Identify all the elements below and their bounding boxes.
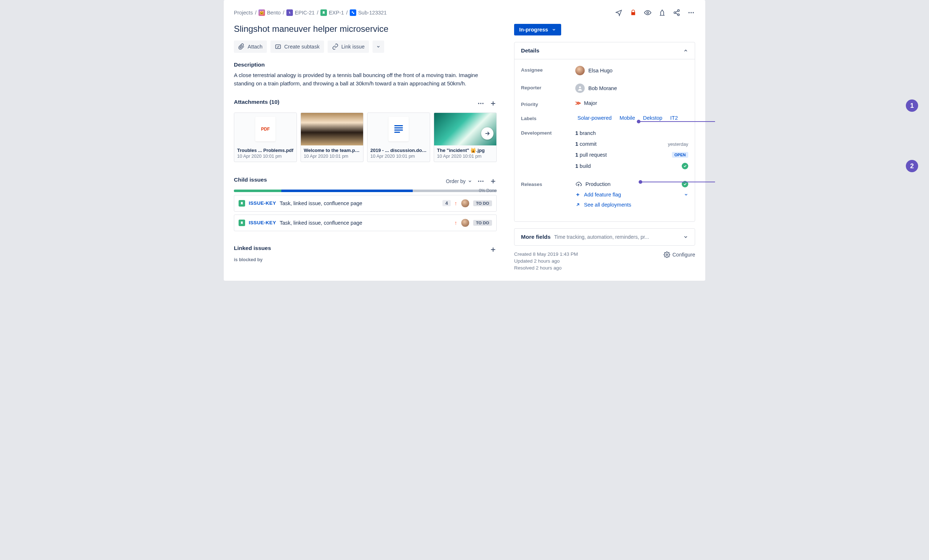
subtask-icon	[350, 9, 356, 16]
issue-key[interactable]: ISSUE-KEY	[249, 220, 276, 225]
svg-point-2	[647, 12, 649, 14]
feedback-icon[interactable]	[615, 9, 623, 17]
dev-commit-row[interactable]: 1 commityesterday	[575, 140, 688, 150]
issue-title[interactable]: Slingshot maneuver helper microservice	[234, 24, 497, 34]
child-issue-row[interactable]: ISSUE-KEY Task, linked issue, confluence…	[234, 195, 497, 212]
label-tag[interactable]: Mobile	[617, 114, 637, 122]
order-by-dropdown[interactable]: Order by	[446, 178, 472, 184]
story-icon	[239, 220, 245, 226]
svg-point-17	[666, 254, 668, 256]
callout-line-1	[639, 121, 715, 122]
linked-add-icon[interactable]	[489, 246, 497, 253]
more-actions-icon[interactable]	[687, 9, 695, 17]
see-all-deployments[interactable]: See all deployments	[575, 201, 688, 211]
pr-open-badge: OPEN	[672, 152, 688, 158]
story-icon	[320, 9, 327, 16]
crumb-exp[interactable]: EXP-1	[320, 9, 344, 16]
external-link-icon	[575, 202, 580, 207]
attachment-card[interactable]: 2019 - ... discussion.docx10 Apr 2020 10…	[367, 113, 430, 162]
child-progress-label: 0% Done	[479, 188, 497, 193]
label-tag[interactable]: Dekstop	[641, 114, 664, 122]
child-issues-heading: Child issues	[234, 176, 267, 183]
label-tag[interactable]: IT2	[668, 114, 680, 122]
epic-icon	[287, 9, 293, 16]
attachments-heading: Attachments (10)	[234, 99, 279, 105]
assignee-avatar[interactable]	[461, 199, 469, 208]
linked-issues-heading: Linked issues	[234, 245, 271, 251]
chevron-down-icon	[376, 44, 380, 49]
chevron-down-icon	[468, 179, 472, 184]
svg-point-6	[688, 12, 690, 13]
check-icon	[682, 163, 688, 169]
reporter-value[interactable]: Bob Morane	[575, 84, 617, 93]
paperclip-icon	[238, 43, 245, 50]
child-issue-row[interactable]: ISSUE-KEY Task, linked issue, confluence…	[234, 214, 497, 231]
details-panel-header[interactable]: Details	[515, 42, 695, 59]
cloud-upload-icon	[575, 181, 582, 187]
link-issue-button[interactable]: Link issue	[328, 41, 369, 53]
chevron-down-icon	[684, 193, 688, 197]
releases-label: Releases	[521, 180, 575, 187]
attachments-next-button[interactable]	[481, 127, 494, 140]
svg-point-12	[482, 103, 483, 104]
share-icon[interactable]	[673, 9, 681, 17]
lock-icon[interactable]	[629, 9, 637, 17]
status-lozenge[interactable]: TO DO	[473, 220, 492, 226]
crumb-epic[interactable]: EPIC-21	[287, 9, 314, 16]
assignee-avatar[interactable]	[461, 219, 469, 227]
svg-rect-1	[353, 13, 354, 14]
doc-icon	[388, 117, 409, 141]
child-progress-bar	[234, 190, 497, 192]
callout-badge-2: 2	[906, 160, 918, 172]
more-fields-panel-header[interactable]: More fieldsTime tracking, automation, re…	[515, 229, 695, 245]
priority-high-icon: ↑	[454, 220, 457, 226]
callout-badge-1: 1	[906, 99, 918, 112]
svg-rect-0	[352, 12, 353, 13]
issue-count-badge: 4	[442, 200, 451, 206]
attachment-card[interactable]: PDF Troubles ... Problems.pdf10 Apr 2020…	[234, 113, 297, 162]
svg-point-5	[678, 14, 679, 15]
dev-branch-row[interactable]: 1 branch	[575, 129, 688, 140]
gear-icon	[664, 251, 670, 258]
labels-value[interactable]: Solar-powered Mobile Dekstop IT2	[575, 114, 688, 122]
subtask-icon	[275, 43, 281, 50]
labels-label: Labels	[521, 114, 575, 121]
status-dropdown[interactable]: In-progress	[514, 24, 561, 35]
svg-point-14	[480, 181, 481, 182]
create-subtask-button[interactable]: Create subtask	[270, 41, 324, 53]
issue-key[interactable]: ISSUE-KEY	[249, 200, 276, 206]
assignee-label: Assignee	[521, 66, 575, 73]
status-lozenge[interactable]: TO DO	[473, 200, 492, 206]
crumb-project[interactable]: 🐱Bento	[259, 9, 281, 16]
attachment-card[interactable]: Welcome to the team.png10 Apr 2020 10:01…	[300, 113, 363, 162]
attachments-grid: PDF Troubles ... Problems.pdf10 Apr 2020…	[234, 113, 497, 162]
development-label: Development	[521, 129, 575, 136]
link-issue-more-button[interactable]	[373, 41, 384, 53]
label-tag[interactable]: Solar-powered	[575, 114, 614, 122]
add-feature-flag[interactable]: Add feature flag	[575, 191, 688, 201]
crumb-projects[interactable]: Projects	[234, 10, 253, 15]
priority-major-icon: ≫	[575, 100, 581, 106]
crumb-sub[interactable]: Sub-123321	[350, 9, 387, 16]
updated-timestamp: Updated 2 hours ago	[514, 258, 578, 264]
resolved-timestamp: Resolved 2 hours ago	[514, 265, 578, 271]
child-add-icon[interactable]	[489, 177, 497, 185]
attachments-more-icon[interactable]	[477, 100, 484, 107]
vote-icon[interactable]	[658, 9, 666, 17]
configure-button[interactable]: Configure	[664, 251, 695, 258]
reporter-label: Reporter	[521, 84, 575, 90]
priority-label: Priority	[521, 100, 575, 107]
description-body[interactable]: A close terrestrial analogy is provided …	[234, 71, 495, 88]
breadcrumb: Projects / 🐱Bento / EPIC-21 / EXP-1 / Su…	[234, 9, 387, 16]
watch-icon[interactable]	[644, 9, 652, 17]
svg-point-8	[693, 12, 694, 13]
priority-value[interactable]: ≫Major	[575, 100, 597, 106]
child-more-icon[interactable]	[477, 177, 484, 185]
dev-build-row[interactable]: 1 build	[575, 161, 688, 173]
assignee-value[interactable]: Elsa Hugo	[575, 66, 613, 75]
attachment-card[interactable]: The "incident" 🙀.jpg10 Apr 2020 10:01 pm	[434, 113, 497, 162]
attachments-add-icon[interactable]	[489, 100, 497, 107]
dev-pr-row[interactable]: 1 pull requestOPEN	[575, 150, 688, 161]
attach-button[interactable]: Attach	[234, 41, 267, 53]
development-value: 1 branch 1 commityesterday 1 pull reques…	[575, 129, 688, 173]
